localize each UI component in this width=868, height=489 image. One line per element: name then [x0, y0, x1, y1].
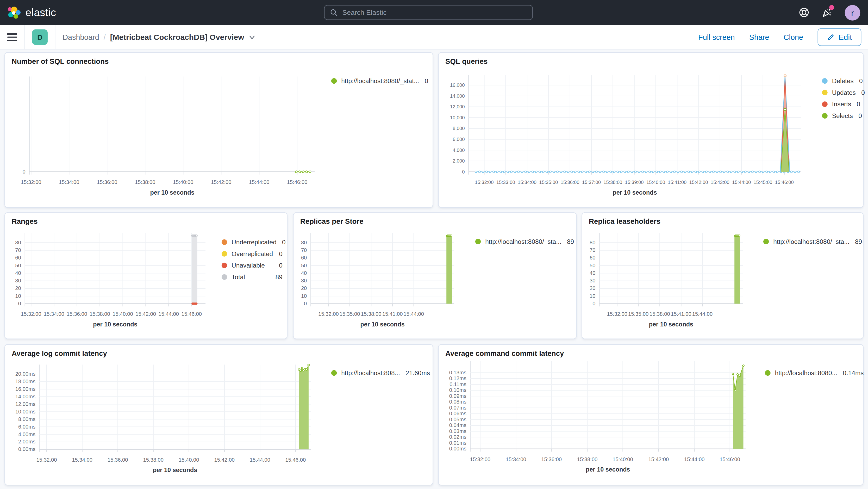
svg-text:15:46:00: 15:46:00: [285, 457, 306, 463]
page-title: [Metricbeat CockroachDB] Overview: [110, 33, 244, 41]
chart-legend: Deletes0Updates0Inserts0Selects0: [822, 77, 858, 124]
svg-text:40: 40: [590, 270, 595, 276]
elastic-brand[interactable]: elastic: [0, 5, 56, 20]
divider: [55, 25, 56, 50]
legend-dot-icon: [822, 101, 827, 107]
svg-text:15:40:00: 15:40:00: [646, 180, 665, 185]
user-avatar[interactable]: r: [845, 5, 861, 20]
svg-text:15:32:00: 15:32:00: [36, 457, 57, 463]
legend-value: 0: [856, 89, 865, 96]
global-search[interactable]: [324, 5, 533, 20]
svg-text:15:45:00: 15:45:00: [754, 180, 772, 185]
svg-text:0.04ms: 0.04ms: [449, 422, 466, 428]
news-icon[interactable]: [822, 7, 833, 18]
svg-text:16.00ms: 16.00ms: [16, 386, 35, 392]
svg-text:14.00ms: 14.00ms: [16, 394, 35, 399]
svg-text:15:36:00: 15:36:00: [97, 179, 118, 185]
elastic-logo-icon: [7, 5, 21, 20]
pencil-icon: [827, 33, 835, 41]
legend-label: http://localhost:8080...: [775, 370, 837, 376]
legend-label: Updates: [832, 89, 856, 96]
clone-button[interactable]: Clone: [784, 33, 803, 41]
menu-icon[interactable]: [7, 33, 17, 41]
svg-text:0.10ms: 0.10ms: [449, 387, 466, 393]
legend-item[interactable]: Overreplicated0: [222, 250, 283, 258]
svg-text:15:37:00: 15:37:00: [582, 180, 601, 185]
svg-text:4.00ms: 4.00ms: [18, 431, 35, 437]
svg-text:15:44:00: 15:44:00: [684, 456, 705, 462]
legend-item[interactable]: Underreplicated0: [222, 238, 283, 246]
svg-text:per 10 seconds: per 10 seconds: [361, 321, 405, 328]
edit-button[interactable]: Edit: [817, 28, 861, 46]
svg-text:0.07ms: 0.07ms: [449, 405, 466, 410]
legend-item[interactable]: Updates0: [822, 89, 858, 96]
legend-value: 0: [854, 78, 863, 84]
legend-item[interactable]: Selects0: [822, 112, 858, 120]
svg-text:0.05ms: 0.05ms: [449, 417, 466, 422]
app-badge[interactable]: D: [32, 29, 48, 45]
svg-text:80: 80: [15, 240, 21, 245]
legend-value: 0: [853, 113, 862, 119]
legend-item[interactable]: Total89: [222, 273, 283, 281]
svg-text:10: 10: [590, 293, 595, 299]
legend-value: 0: [419, 78, 428, 84]
svg-text:15:34:00: 15:34:00: [44, 311, 64, 317]
breadcrumb-dashboard[interactable]: Dashboard: [62, 33, 99, 41]
svg-text:15:32:00: 15:32:00: [475, 180, 494, 185]
legend-value: 0.14ms: [837, 370, 864, 376]
legend-value: 0: [851, 101, 860, 108]
svg-text:50: 50: [15, 263, 21, 268]
panel-avg-command-commit-latency: Average command commit latency 15:32:001…: [438, 344, 864, 485]
sql-connections-chart: 15:32:0015:34:0015:36:0015:38:0015:40:00…: [5, 53, 434, 208]
svg-text:0: 0: [18, 301, 21, 306]
legend-item[interactable]: Deletes0: [822, 77, 858, 85]
legend-dot-icon: [475, 239, 481, 244]
edit-button-label: Edit: [839, 33, 852, 41]
legend-item[interactable]: http://localhost:8080...0.14ms: [765, 369, 860, 377]
legend-item[interactable]: Inserts0: [822, 100, 858, 108]
svg-text:15:46:00: 15:46:00: [287, 179, 308, 185]
full-screen-button[interactable]: Full screen: [698, 33, 735, 41]
svg-text:per 10 seconds: per 10 seconds: [586, 466, 630, 473]
svg-text:15:42:00: 15:42:00: [214, 457, 235, 463]
legend-item[interactable]: http://localhost:808...21.60ms: [331, 369, 428, 377]
svg-text:0.03ms: 0.03ms: [449, 428, 466, 434]
svg-text:15:42:00: 15:42:00: [648, 456, 669, 462]
svg-text:0.00ms: 0.00ms: [449, 446, 466, 452]
panel-replicas-per-store: Replicas per Store 15:32:0015:35:0015:38…: [293, 212, 577, 339]
svg-text:10: 10: [301, 293, 307, 299]
svg-text:15:38:00: 15:38:00: [603, 180, 622, 185]
legend-dot-icon: [765, 370, 770, 376]
svg-text:15:44:00: 15:44:00: [403, 311, 424, 317]
legend-item[interactable]: http://localhost:8080/_sta...89: [763, 238, 859, 245]
legend-item[interactable]: http://localhost:8080/_sta...89: [475, 238, 571, 245]
search-input[interactable]: [341, 8, 527, 17]
share-button[interactable]: Share: [749, 33, 769, 41]
svg-text:0.00ms: 0.00ms: [18, 446, 35, 452]
svg-text:15:41:00: 15:41:00: [668, 180, 686, 185]
chevron-down-icon[interactable]: [249, 34, 255, 41]
svg-text:12,000: 12,000: [450, 104, 465, 110]
svg-text:per 10 seconds: per 10 seconds: [153, 467, 197, 473]
svg-text:15:44:00: 15:44:00: [692, 311, 713, 317]
svg-text:0.13ms: 0.13ms: [449, 370, 466, 375]
svg-text:15:32:00: 15:32:00: [470, 456, 491, 462]
svg-text:0: 0: [592, 301, 595, 306]
legend-dot-icon: [822, 90, 827, 95]
legend-item[interactable]: http://localhost:8080/_stat...0: [331, 77, 426, 85]
chart-legend: http://localhost:808...21.60ms: [331, 369, 428, 381]
svg-text:15:33:00: 15:33:00: [496, 180, 515, 185]
help-icon[interactable]: [798, 7, 809, 18]
legend-value: 89: [561, 238, 574, 245]
svg-text:15:44:00: 15:44:00: [249, 179, 270, 185]
panel-ranges: Ranges 15:32:0015:34:0015:36:0015:38:001…: [4, 212, 287, 339]
svg-text:8.00ms: 8.00ms: [18, 416, 35, 422]
svg-text:50: 50: [301, 263, 307, 268]
svg-text:4,000: 4,000: [453, 148, 465, 153]
legend-item[interactable]: Unavailable0: [222, 262, 283, 269]
svg-text:2.00ms: 2.00ms: [18, 439, 35, 445]
divider: [25, 25, 25, 50]
svg-text:6.00ms: 6.00ms: [18, 424, 35, 430]
legend-dot-icon: [222, 274, 227, 280]
legend-value: 89: [849, 238, 862, 245]
